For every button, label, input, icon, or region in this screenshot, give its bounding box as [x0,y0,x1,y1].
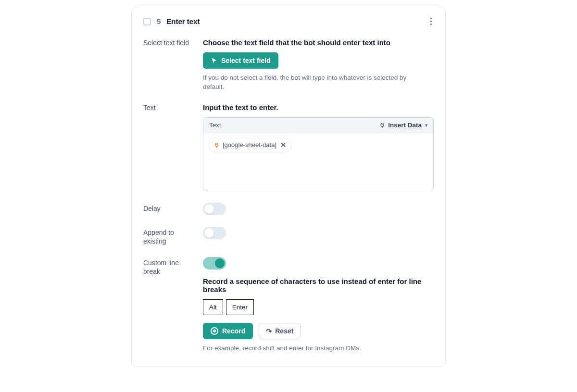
select-text-field-button[interactable]: Select text field [203,52,278,69]
record-icon [211,327,218,335]
label-delay: Delay [143,203,191,213]
redo-icon: ↷ [266,328,272,335]
text-box-body[interactable]: [google-sheet-data] ✕ [203,133,433,191]
delay-toggle[interactable] [203,203,226,215]
line-break-helper: For example, record shift and enter for … [203,344,424,353]
plug-icon [213,142,220,148]
row-line-break: Custom line break Record a sequence of c… [143,257,434,353]
card-header: 5 Enter text [143,16,434,27]
row-append: Append to existing [143,227,434,245]
select-text-field-button-label: Select text field [221,57,271,64]
row-delay: Delay [143,203,434,215]
data-chip: [google-sheet-data] ✕ [208,138,292,152]
row-text: Text Input the text to enter. Text Inser… [143,103,434,191]
content-select-field: Choose the text field that the bot shoul… [203,38,434,92]
line-break-toggle[interactable] [203,257,226,270]
select-field-helper: If you do not select a field, the bot wi… [203,74,424,92]
append-toggle[interactable] [203,227,226,239]
step-checkbox[interactable] [143,18,151,25]
step-card: 5 Enter text Select text field Choose th… [131,7,446,367]
more-menu-icon[interactable] [428,16,434,27]
row-select-field: Select text field Choose the text field … [143,38,434,92]
text-box-label: Text [209,122,221,129]
chip-remove-icon[interactable]: ✕ [280,141,287,149]
content-text: Input the text to enter. Text Insert Dat… [203,103,434,191]
label-select-field: Select text field [143,38,191,47]
keycap-sequence: Alt Enter [203,299,434,315]
label-line-break: Custom line break [143,257,191,276]
label-append: Append to existing [143,227,191,245]
text-input-box: Text Insert Data ▾ [203,117,434,191]
record-button[interactable]: Record [203,323,253,339]
keycap: Alt [203,299,223,315]
step-title: Enter text [166,17,200,25]
line-break-heading: Record a sequence of characters to use i… [203,277,434,294]
header-left: 5 Enter text [143,17,200,25]
reset-button-label: Reset [275,327,293,335]
insert-data-label: Insert Data [388,122,422,129]
step-number: 5 [157,17,161,25]
select-field-heading: Choose the text field that the bot shoul… [203,38,434,47]
insert-data-button[interactable]: Insert Data ▾ [379,122,427,129]
record-button-label: Record [222,327,245,335]
cursor-icon [211,57,217,64]
plug-icon [379,122,386,129]
reset-button[interactable]: ↷ Reset [259,323,301,339]
label-text: Text [143,103,191,112]
keycap: Enter [226,299,254,315]
chevron-down-icon: ▾ [425,122,427,128]
text-box-header: Text Insert Data ▾ [203,118,433,133]
chip-label: [google-sheet-data] [223,141,276,148]
text-heading: Input the text to enter. [203,103,434,111]
content-line-break: Record a sequence of characters to use i… [203,257,434,353]
